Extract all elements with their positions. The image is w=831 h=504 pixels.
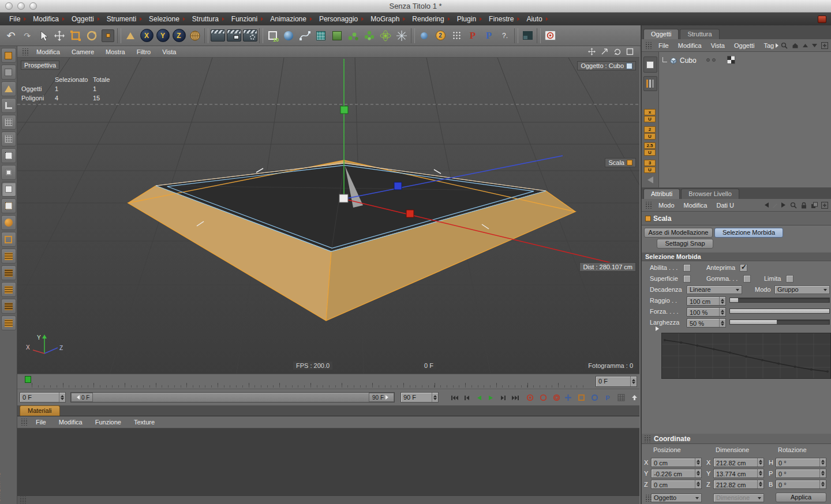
raggio-slider[interactable]	[729, 298, 830, 303]
use-model-mode-icon[interactable]	[1, 65, 16, 80]
editor-visibility-dot[interactable]	[706, 58, 710, 62]
undo-icon[interactable]: ↶	[3, 27, 19, 44]
scale-tool-icon[interactable]	[68, 27, 84, 44]
stepper[interactable]	[757, 469, 763, 477]
limita-checkbox[interactable]	[786, 275, 793, 283]
stepper[interactable]	[719, 308, 725, 316]
live-selection-icon[interactable]	[35, 27, 51, 44]
current-frame-field[interactable]: 0 F	[20, 392, 66, 403]
om-menu-modifica[interactable]: Modifica	[673, 42, 706, 49]
applica-button[interactable]: Applica	[776, 492, 826, 502]
section-selezione-morbida[interactable]: Selezione Morbida	[642, 252, 831, 261]
materials-menu-modifica[interactable]: Modifica	[53, 419, 89, 426]
home-icon[interactable]	[792, 42, 799, 49]
use-texture-mode-icon[interactable]	[1, 215, 16, 230]
menubar-item[interactable]: Aiuto	[522, 13, 550, 25]
gomma-checkbox[interactable]	[743, 275, 751, 283]
next-frame-button[interactable]	[497, 392, 509, 403]
falloff-curve-plot[interactable]	[662, 333, 830, 378]
stepper[interactable]	[719, 297, 725, 305]
search-icon[interactable]	[781, 42, 788, 49]
layers-icon[interactable]	[811, 202, 818, 209]
panel-grip[interactable]	[20, 419, 28, 426]
subdivision-badge[interactable]: 3U	[644, 159, 656, 174]
quantize-icon[interactable]	[1, 282, 16, 297]
stepper[interactable]	[819, 480, 826, 488]
menubar-item[interactable]: Finestre	[484, 13, 522, 25]
view-label[interactable]: Prospettiva	[21, 61, 59, 70]
key-rotation-toggle[interactable]	[589, 392, 600, 403]
panel-grip[interactable]	[645, 202, 652, 209]
normal-move-icon[interactable]	[1, 232, 16, 247]
dots-grid-icon[interactable]	[448, 27, 465, 44]
stepper[interactable]	[695, 458, 701, 467]
axis-bars-tile[interactable]	[643, 76, 657, 91]
rotation-field[interactable]: 0 °	[776, 480, 826, 489]
redo-icon[interactable]: ↷	[19, 27, 35, 44]
range-bar[interactable]	[93, 393, 369, 402]
menubar-item[interactable]: Personaggio	[315, 13, 366, 25]
stepper[interactable]	[59, 393, 65, 402]
menubar-item[interactable]: Plugin	[452, 13, 484, 25]
stepper[interactable]	[432, 393, 438, 402]
rotation-field[interactable]: 0 °	[776, 458, 826, 467]
forward-arrow-icon[interactable]	[781, 202, 787, 208]
extrude-icon[interactable]	[329, 27, 345, 44]
render-visibility-dot[interactable]	[712, 58, 716, 62]
abilita-checkbox[interactable]	[683, 264, 691, 272]
larghezza-slider[interactable]	[729, 319, 830, 325]
brush-icon[interactable]	[772, 202, 778, 208]
menubar-item[interactable]: Funzioni	[227, 13, 265, 25]
field-sphere-icon[interactable]	[416, 27, 432, 44]
lock-y-icon[interactable]: Y	[155, 27, 171, 44]
panel-grip[interactable]	[21, 48, 29, 55]
viewport-menu-vista[interactable]: Vista	[156, 48, 182, 55]
use-polygon-mode-icon[interactable]	[1, 182, 16, 197]
menubar-item[interactable]: Modifica	[28, 13, 67, 25]
use-object-axis-icon[interactable]	[1, 81, 16, 96]
axis-modify-icon[interactable]	[122, 27, 138, 44]
rotation-field[interactable]: 0 °	[776, 469, 826, 478]
object-name[interactable]: Cubo	[680, 57, 697, 65]
goto-start-button[interactable]	[449, 392, 461, 403]
lock-z-icon[interactable]: Z	[171, 27, 187, 44]
prompt-blue-icon[interactable]: P	[481, 27, 497, 44]
dynamics-icon[interactable]	[377, 27, 394, 44]
panel-grip[interactable]	[19, 497, 27, 503]
workplane-icon[interactable]	[1, 115, 16, 130]
ruler-frame-field[interactable]: 0 F	[596, 376, 637, 387]
pen-sphere-icon[interactable]	[280, 27, 297, 44]
materials-menu-funzione[interactable]: Funzione	[89, 419, 128, 426]
menubar-item[interactable]: Struttura	[188, 13, 227, 25]
key-pla-toggle[interactable]	[615, 392, 627, 403]
make-editable-icon[interactable]	[1, 48, 16, 63]
range-end-handle[interactable]: 90 F	[369, 393, 394, 402]
stepper[interactable]	[819, 458, 826, 467]
superficie-checkbox[interactable]	[683, 275, 691, 283]
keyframe-selection-button[interactable]	[551, 392, 562, 403]
position-field[interactable]: 0 cm	[651, 458, 702, 467]
simulation-icon[interactable]	[394, 27, 410, 44]
key-scale-toggle[interactable]	[575, 392, 587, 403]
close-button[interactable]	[5, 2, 13, 10]
record-target-icon[interactable]	[542, 27, 558, 44]
raggio-field[interactable]: 100 cm	[687, 296, 726, 306]
app-window-icon[interactable]	[818, 16, 826, 23]
end-frame-field[interactable]: 90 F	[400, 392, 439, 403]
use-texture-axis-icon[interactable]	[1, 98, 16, 113]
viewport-menu-filtro[interactable]: Filtro	[131, 48, 156, 55]
display-mode-tile[interactable]	[643, 57, 657, 73]
render-settings-icon[interactable]	[242, 27, 258, 44]
key-position-toggle[interactable]	[562, 392, 574, 403]
dimension-field[interactable]: 13.774 cm	[713, 469, 764, 478]
toggle-view-icon[interactable]	[626, 48, 634, 55]
om-menu-file[interactable]: File	[654, 42, 673, 49]
chevron-down-icon[interactable]	[812, 44, 817, 47]
menubar-item[interactable]: Rendering	[407, 13, 452, 25]
render-view-icon[interactable]	[209, 27, 226, 44]
array-icon[interactable]	[345, 27, 361, 44]
subdivision-badge[interactable]: 2U	[644, 126, 656, 140]
tab-oggetti[interactable]: Oggetti	[643, 29, 679, 39]
titlebar[interactable]: Senza Titolo 1 *	[0, 0, 831, 13]
menubar-item[interactable]: Animazione	[265, 13, 315, 25]
